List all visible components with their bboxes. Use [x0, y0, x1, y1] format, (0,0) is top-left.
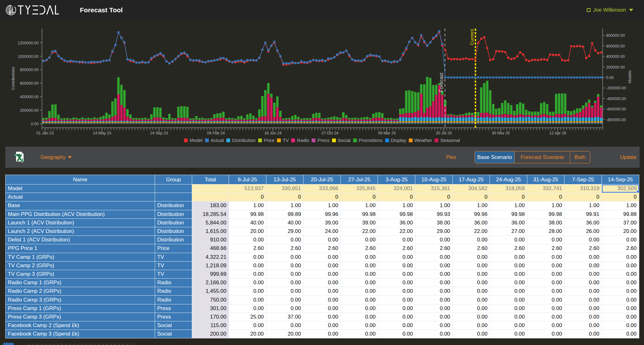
svg-text:400000.00: 400000.00 — [20, 95, 38, 99]
svg-text:04 Feb 24: 04 Feb 24 — [207, 131, 225, 135]
svg-text:14 May 23: 14 May 23 — [93, 131, 111, 135]
svg-text:-600000.00: -600000.00 — [606, 107, 626, 111]
svg-text:20 Jul 25: 20 Jul 25 — [436, 131, 452, 135]
svg-text:27 Oct 24: 27 Oct 24 — [321, 131, 338, 135]
svg-text:0.00: 0.00 — [31, 122, 38, 126]
svg-text:Models: Models — [628, 71, 632, 83]
svg-text:24 Sep 23: 24 Sep 23 — [150, 131, 168, 135]
svg-text:-200000.00: -200000.00 — [606, 86, 626, 90]
svg-text:-400000.00: -400000.00 — [606, 97, 626, 101]
svg-text:12 Apr 26: 12 Apr 26 — [549, 131, 566, 135]
svg-text:-800000.00: -800000.00 — [606, 118, 626, 122]
svg-text:600000.00: 600000.00 — [606, 44, 625, 48]
svg-text:600000.00: 600000.00 — [20, 81, 38, 86]
svg-text:800000.00: 800000.00 — [606, 33, 625, 38]
svg-text:1200000.00: 1200000.00 — [18, 41, 38, 45]
svg-text:1000000.00: 1000000.00 — [18, 54, 38, 59]
svg-text:30 Nov 25: 30 Nov 25 — [492, 131, 510, 135]
svg-text:09 Mar 25: 09 Mar 25 — [378, 131, 396, 135]
svg-text:800000.00: 800000.00 — [20, 68, 38, 72]
svg-text:200000.00: 200000.00 — [20, 108, 38, 113]
svg-text:200000.00: 200000.00 — [606, 65, 625, 70]
svg-text:16 Jun 24: 16 Jun 24 — [264, 131, 281, 135]
svg-text:Current: Current — [469, 29, 475, 45]
svg-text:Contributions: Contributions — [11, 67, 15, 90]
svg-text:0.00: 0.00 — [606, 76, 614, 80]
svg-text:400000.00: 400000.00 — [606, 54, 625, 59]
svg-text:01 Jan 23: 01 Jan 23 — [36, 131, 54, 135]
svg-text:Forecast: Forecast — [439, 72, 444, 92]
